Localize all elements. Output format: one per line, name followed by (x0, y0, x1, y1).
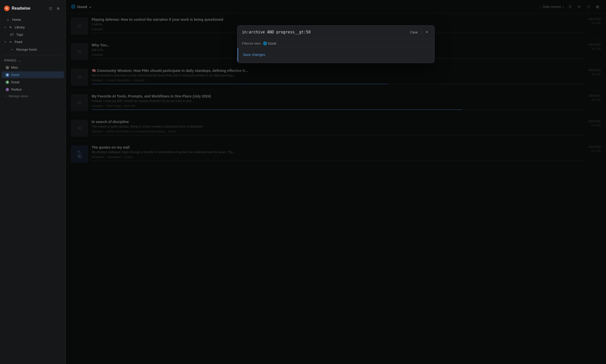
sidebar: R Readwise ⊡ ⊕ ⌂ Home ▸ ≡ Library 🏷 Tags… (0, 0, 66, 364)
filter-name: Good (268, 42, 276, 45)
sidebar-item-manage-feeds[interactable]: → Manage feeds (2, 46, 64, 53)
save-changes-button[interactable]: Save changes (243, 52, 265, 58)
search-modal: Clear × Filtered view: 🌐 Good Save chang… (237, 25, 435, 63)
miss-label: Miss (11, 66, 18, 69)
library-chevron-icon: ▸ (5, 26, 6, 29)
library-icon: ≡ (8, 25, 13, 29)
sidebar-collapse-button[interactable]: ⊡ (47, 5, 54, 12)
pinned-label: Pinned (4, 59, 16, 62)
filter-emoji: 🌐 (263, 42, 267, 45)
sidebar-item-perfect[interactable]: ✧ Perfect (2, 86, 64, 93)
sidebar-divider (3, 55, 63, 55)
sidebar-item-great[interactable]: ✦ Great (2, 79, 64, 86)
good-label: Good (11, 73, 19, 77)
sidebar-item-manage-views[interactable]: → Manage views (0, 93, 66, 99)
home-icon: ⌂ (6, 17, 10, 22)
modal-search-bar: Clear × (237, 26, 434, 39)
filter-badge: 🌐 Good (263, 42, 276, 45)
miss-dot: ○ (6, 66, 9, 69)
sidebar-item-miss[interactable]: ○ Miss (2, 64, 64, 71)
app-logo: R Readwise ⊡ ⊕ (0, 3, 66, 16)
clear-button[interactable]: Clear (409, 30, 419, 35)
logo-icon: R (4, 6, 10, 11)
manage-views-label: Manage views (9, 94, 28, 98)
sidebar-item-good[interactable]: ● Good (2, 71, 64, 78)
modal-close-button[interactable]: × (424, 29, 430, 35)
sidebar-item-tags[interactable]: 🏷 Tags (2, 31, 64, 38)
filter-label: Filtered view: (242, 42, 261, 45)
great-dot: ✦ (6, 80, 9, 84)
sidebar-manage-feeds-label: Manage feeds (16, 48, 37, 51)
pinned-chevron-icon: ⌄ (18, 59, 21, 62)
feed-chevron-icon: ▾ (5, 40, 6, 44)
tags-icon: 🏷 (10, 32, 14, 36)
sidebar-tags-label: Tags (16, 33, 23, 36)
pinned-header[interactable]: Pinned ⌄ (0, 57, 66, 64)
sidebar-home-label: Home (12, 18, 21, 22)
modal-body: Save changes (237, 48, 434, 63)
modal-overlay: Clear × Filtered view: 🌐 Good Save chang… (66, 0, 606, 364)
manage-views-arrow-icon: → (4, 94, 7, 98)
sidebar-item-library[interactable]: ▸ ≡ Library (2, 24, 64, 31)
sidebar-feed-label: Feed (15, 40, 22, 44)
sidebar-add-button[interactable]: ⊕ (55, 5, 62, 12)
main-content: 🌐 Good ⌄ ↓ Date moved ⌄ ☰ ⊕ ◷ ▦ ✉ Playin… (66, 0, 606, 364)
sidebar-item-home[interactable]: ⌂ Home (2, 16, 64, 23)
modal-filter-row: Filtered view: 🌐 Good (237, 39, 434, 48)
perfect-dot: ✧ (6, 88, 9, 91)
good-dot: ● (6, 73, 9, 77)
modal-divider (421, 30, 422, 34)
feed-icon: ⟡ (8, 40, 13, 44)
manage-feeds-arrow-icon: → (10, 47, 14, 51)
sidebar-library-label: Library (15, 25, 25, 29)
great-label: Great (11, 80, 19, 84)
app-name: Readwise (12, 6, 30, 11)
sidebar-tools: ⊡ ⊕ (47, 5, 62, 12)
sidebar-item-feed[interactable]: ▾ ⟡ Feed (2, 38, 64, 46)
perfect-label: Perfect (11, 88, 22, 91)
search-input[interactable] (242, 30, 407, 34)
